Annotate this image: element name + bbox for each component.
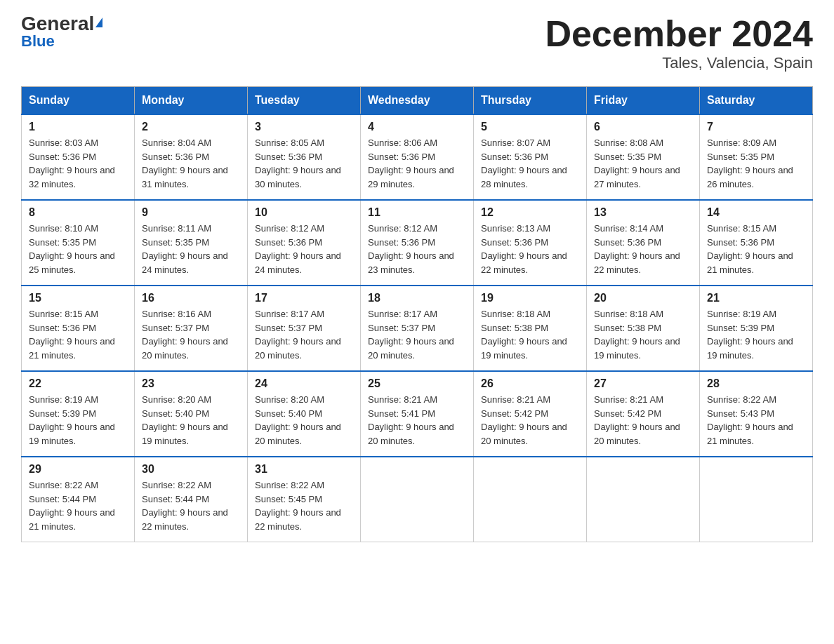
- col-header-thursday: Thursday: [474, 87, 587, 115]
- day-info: Sunrise: 8:14 AM Sunset: 5:36 PM Dayligh…: [594, 222, 692, 276]
- day-info: Sunrise: 8:05 AM Sunset: 5:36 PM Dayligh…: [255, 136, 353, 191]
- day-cell: 6 Sunrise: 8:08 AM Sunset: 5:35 PM Dayli…: [587, 114, 700, 200]
- day-info: Sunrise: 8:17 AM Sunset: 5:37 PM Dayligh…: [255, 307, 353, 362]
- day-number: 11: [368, 206, 466, 219]
- header-row: SundayMondayTuesdayWednesdayThursdayFrid…: [22, 87, 813, 115]
- day-number: 10: [255, 206, 353, 219]
- day-info: Sunrise: 8:04 AM Sunset: 5:36 PM Dayligh…: [142, 136, 240, 191]
- day-number: 14: [707, 206, 805, 219]
- day-info: Sunrise: 8:18 AM Sunset: 5:38 PM Dayligh…: [594, 307, 692, 362]
- calendar-body: 1 Sunrise: 8:03 AM Sunset: 5:36 PM Dayli…: [22, 114, 813, 542]
- day-number: 3: [255, 121, 353, 133]
- day-info: Sunrise: 8:11 AM Sunset: 5:35 PM Dayligh…: [142, 222, 240, 276]
- day-cell: 25 Sunrise: 8:21 AM Sunset: 5:41 PM Dayl…: [361, 371, 474, 457]
- day-info: Sunrise: 8:10 AM Sunset: 5:35 PM Dayligh…: [29, 222, 127, 276]
- logo-blue: Blue: [21, 32, 55, 51]
- day-cell: 7 Sunrise: 8:09 AM Sunset: 5:35 PM Dayli…: [700, 114, 813, 200]
- day-number: 25: [368, 377, 466, 390]
- day-cell: 21 Sunrise: 8:19 AM Sunset: 5:39 PM Dayl…: [700, 286, 813, 371]
- day-number: 24: [255, 377, 353, 390]
- day-info: Sunrise: 8:13 AM Sunset: 5:36 PM Dayligh…: [481, 222, 579, 276]
- day-info: Sunrise: 8:07 AM Sunset: 5:36 PM Dayligh…: [481, 136, 579, 191]
- day-info: Sunrise: 8:17 AM Sunset: 5:37 PM Dayligh…: [368, 307, 466, 362]
- day-number: 4: [368, 121, 466, 133]
- day-number: 5: [481, 121, 579, 133]
- day-number: 28: [707, 377, 805, 390]
- day-cell: 27 Sunrise: 8:21 AM Sunset: 5:42 PM Dayl…: [587, 371, 700, 457]
- day-cell: 18 Sunrise: 8:17 AM Sunset: 5:37 PM Dayl…: [361, 286, 474, 371]
- day-info: Sunrise: 8:08 AM Sunset: 5:35 PM Dayligh…: [594, 136, 692, 191]
- day-cell: 23 Sunrise: 8:20 AM Sunset: 5:40 PM Dayl…: [135, 371, 248, 457]
- day-info: Sunrise: 8:19 AM Sunset: 5:39 PM Dayligh…: [29, 393, 127, 448]
- logo: General Blue: [21, 14, 102, 51]
- day-number: 9: [142, 206, 240, 219]
- logo-triangle-icon: [95, 18, 102, 27]
- col-header-sunday: Sunday: [22, 87, 135, 115]
- calendar-title: December 2024: [545, 14, 813, 54]
- week-row-1: 1 Sunrise: 8:03 AM Sunset: 5:36 PM Dayli…: [22, 114, 813, 200]
- day-number: 2: [142, 121, 240, 133]
- day-info: Sunrise: 8:09 AM Sunset: 5:35 PM Dayligh…: [707, 136, 805, 191]
- day-info: Sunrise: 8:22 AM Sunset: 5:44 PM Dayligh…: [142, 478, 240, 533]
- day-number: 6: [594, 121, 692, 133]
- day-cell: 11 Sunrise: 8:12 AM Sunset: 5:36 PM Dayl…: [361, 200, 474, 286]
- day-number: 16: [142, 292, 240, 304]
- day-cell: [361, 457, 474, 542]
- day-number: 8: [29, 206, 127, 219]
- col-header-wednesday: Wednesday: [361, 87, 474, 115]
- day-info: Sunrise: 8:15 AM Sunset: 5:36 PM Dayligh…: [707, 222, 805, 276]
- col-header-friday: Friday: [587, 87, 700, 115]
- day-info: Sunrise: 8:21 AM Sunset: 5:41 PM Dayligh…: [368, 393, 466, 448]
- title-block: December 2024 Tales, Valencia, Spain: [545, 14, 813, 72]
- day-number: 20: [594, 292, 692, 304]
- calendar-subtitle: Tales, Valencia, Spain: [545, 54, 813, 72]
- day-info: Sunrise: 8:21 AM Sunset: 5:42 PM Dayligh…: [594, 393, 692, 448]
- day-info: Sunrise: 8:06 AM Sunset: 5:36 PM Dayligh…: [368, 136, 466, 191]
- day-cell: 19 Sunrise: 8:18 AM Sunset: 5:38 PM Dayl…: [474, 286, 587, 371]
- day-cell: 5 Sunrise: 8:07 AM Sunset: 5:36 PM Dayli…: [474, 114, 587, 200]
- week-row-3: 15 Sunrise: 8:15 AM Sunset: 5:36 PM Dayl…: [22, 286, 813, 371]
- day-number: 1: [29, 121, 127, 133]
- week-row-2: 8 Sunrise: 8:10 AM Sunset: 5:35 PM Dayli…: [22, 200, 813, 286]
- day-cell: [700, 457, 813, 542]
- day-number: 7: [707, 121, 805, 133]
- logo-general: General: [21, 14, 102, 34]
- day-number: 19: [481, 292, 579, 304]
- day-number: 30: [142, 463, 240, 476]
- day-info: Sunrise: 8:22 AM Sunset: 5:44 PM Dayligh…: [29, 478, 127, 533]
- day-info: Sunrise: 8:16 AM Sunset: 5:37 PM Dayligh…: [142, 307, 240, 362]
- day-number: 21: [707, 292, 805, 304]
- calendar-header: SundayMondayTuesdayWednesdayThursdayFrid…: [22, 87, 813, 115]
- day-cell: [474, 457, 587, 542]
- day-number: 18: [368, 292, 466, 304]
- day-cell: 16 Sunrise: 8:16 AM Sunset: 5:37 PM Dayl…: [135, 286, 248, 371]
- day-info: Sunrise: 8:19 AM Sunset: 5:39 PM Dayligh…: [707, 307, 805, 362]
- day-cell: 28 Sunrise: 8:22 AM Sunset: 5:43 PM Dayl…: [700, 371, 813, 457]
- day-cell: 3 Sunrise: 8:05 AM Sunset: 5:36 PM Dayli…: [248, 114, 361, 200]
- day-info: Sunrise: 8:15 AM Sunset: 5:36 PM Dayligh…: [29, 307, 127, 362]
- day-cell: 29 Sunrise: 8:22 AM Sunset: 5:44 PM Dayl…: [22, 457, 135, 542]
- day-cell: 9 Sunrise: 8:11 AM Sunset: 5:35 PM Dayli…: [135, 200, 248, 286]
- day-cell: 2 Sunrise: 8:04 AM Sunset: 5:36 PM Dayli…: [135, 114, 248, 200]
- day-number: 29: [29, 463, 127, 476]
- day-info: Sunrise: 8:20 AM Sunset: 5:40 PM Dayligh…: [142, 393, 240, 448]
- day-info: Sunrise: 8:20 AM Sunset: 5:40 PM Dayligh…: [255, 393, 353, 448]
- day-info: Sunrise: 8:21 AM Sunset: 5:42 PM Dayligh…: [481, 393, 579, 448]
- day-number: 31: [255, 463, 353, 476]
- day-cell: 24 Sunrise: 8:20 AM Sunset: 5:40 PM Dayl…: [248, 371, 361, 457]
- day-number: 13: [594, 206, 692, 219]
- page-header: General Blue December 2024 Tales, Valenc…: [21, 14, 813, 72]
- day-cell: 4 Sunrise: 8:06 AM Sunset: 5:36 PM Dayli…: [361, 114, 474, 200]
- day-cell: 14 Sunrise: 8:15 AM Sunset: 5:36 PM Dayl…: [700, 200, 813, 286]
- day-cell: 8 Sunrise: 8:10 AM Sunset: 5:35 PM Dayli…: [22, 200, 135, 286]
- day-cell: 12 Sunrise: 8:13 AM Sunset: 5:36 PM Dayl…: [474, 200, 587, 286]
- day-number: 23: [142, 377, 240, 390]
- day-info: Sunrise: 8:18 AM Sunset: 5:38 PM Dayligh…: [481, 307, 579, 362]
- day-number: 27: [594, 377, 692, 390]
- day-info: Sunrise: 8:12 AM Sunset: 5:36 PM Dayligh…: [368, 222, 466, 276]
- day-info: Sunrise: 8:22 AM Sunset: 5:45 PM Dayligh…: [255, 478, 353, 533]
- day-cell: 31 Sunrise: 8:22 AM Sunset: 5:45 PM Dayl…: [248, 457, 361, 542]
- day-cell: 1 Sunrise: 8:03 AM Sunset: 5:36 PM Dayli…: [22, 114, 135, 200]
- day-cell: 22 Sunrise: 8:19 AM Sunset: 5:39 PM Dayl…: [22, 371, 135, 457]
- col-header-monday: Monday: [135, 87, 248, 115]
